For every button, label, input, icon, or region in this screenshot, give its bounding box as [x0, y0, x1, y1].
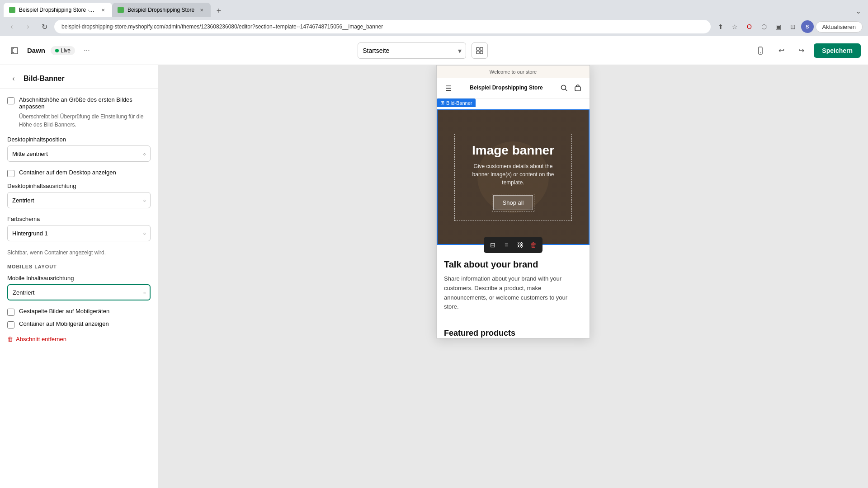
- tab-1[interactable]: Beispiel Dropshipping Store · … ✕: [4, 3, 112, 17]
- forward-nav-button[interactable]: ›: [22, 20, 34, 33]
- checkbox-label-2: Container auf dem Desktop anzeigen: [19, 169, 116, 176]
- shop-all-button-wrapper: Shop all: [492, 194, 535, 211]
- checkbox-row-2: Container auf dem Desktop anzeigen: [7, 169, 151, 177]
- desktop-align-select-wrapper: Zentriert: [7, 192, 151, 208]
- page-select-wrapper: Startseite: [358, 42, 466, 59]
- brand-title: Talk about your brand: [444, 259, 582, 270]
- checkbox-container-mobile[interactable]: [7, 321, 14, 328]
- tab-bar: Beispiel Dropshipping Store · … ✕ Beispi…: [0, 0, 868, 17]
- delete-section-button[interactable]: 🗑 Abschnitt entfernen: [7, 332, 151, 346]
- store-name: Beispiel Dropshipping Store: [454, 84, 559, 92]
- back-nav-button[interactable]: ‹: [5, 20, 18, 33]
- checkbox-stacked-images[interactable]: [7, 309, 14, 316]
- tab-favicon-2: [118, 7, 124, 13]
- toolbar-delete-button[interactable]: 🗑: [527, 239, 540, 251]
- desktop-position-select[interactable]: Mitte zentriert: [7, 145, 151, 162]
- reload-button[interactable]: ↻: [38, 20, 51, 33]
- segment-button[interactable]: [472, 42, 488, 59]
- mobile-align-select-wrapper: Zentriert: [7, 284, 151, 300]
- cart-icon[interactable]: [572, 83, 583, 94]
- image-banner: Image banner Give customers details abou…: [437, 109, 590, 245]
- checkbox-row-3: Gestapelte Bilder auf Mobilgeräten: [7, 308, 151, 316]
- undo-button[interactable]: ↩: [774, 43, 788, 58]
- live-badge: Live: [51, 46, 75, 55]
- checkbox-container-desktop[interactable]: [7, 170, 14, 177]
- svg-rect-4: [480, 51, 483, 54]
- live-dot: [55, 49, 59, 52]
- tab-close-2[interactable]: ✕: [198, 6, 205, 14]
- app-layout: Dawn Live ··· Startseite ↩ ↪ Speichern ‹…: [0, 36, 868, 488]
- desktop-position-select-wrapper: Mitte zentriert: [7, 145, 151, 162]
- mobile-device-button[interactable]: [752, 42, 769, 59]
- new-tab-button[interactable]: +: [212, 5, 225, 17]
- checkbox-label-4: Container auf Mobilgerät anzeigen: [19, 320, 109, 327]
- tab-2[interactable]: Beispiel Dropshipping Store ✕: [112, 3, 211, 17]
- preview-area: Welcome to our store ☰ Beispiel Dropship…: [158, 65, 868, 488]
- banner-title: Image banner: [466, 143, 561, 158]
- sidebar-header: ‹ Bild-Banner: [0, 65, 158, 89]
- svg-rect-2: [480, 47, 483, 50]
- profile-avatar[interactable]: S: [801, 20, 814, 33]
- address-icons: ⬆ ☆ O ⬡ ▣ ⊡ S Aktualisieren: [714, 20, 863, 33]
- color-scheme-select[interactable]: Hintergrund 1: [7, 225, 151, 241]
- delete-icon: 🗑: [7, 336, 13, 343]
- page-select[interactable]: Startseite: [358, 42, 466, 59]
- announcement-text: Welcome to our store: [490, 69, 537, 75]
- redo-button[interactable]: ↪: [794, 43, 808, 58]
- bookmark-icon[interactable]: ☆: [729, 20, 741, 33]
- brand-section: Talk about your brand Share information …: [437, 245, 590, 321]
- field-label-mobile-align: Mobile Inhaltsausrichtung: [7, 275, 151, 282]
- desktop-align-select[interactable]: Zentriert: [7, 192, 151, 208]
- store-nav: ☰ Beispiel Dropshipping Store: [437, 78, 590, 99]
- help-text-1: Überschreibt bei Überprüfung die Einstel…: [19, 113, 151, 129]
- sidebar-content: Abschnittshöhe an Größe des ersten Bilde…: [0, 89, 158, 353]
- checkbox-row-4: Container auf Mobilgerät anzeigen: [7, 320, 151, 328]
- theme-name: Dawn: [27, 47, 45, 54]
- field-label-desktop-pos: Desktopinhaltsposition: [7, 136, 151, 143]
- checkbox-row-1: Abschnittshöhe an Größe des ersten Bilde…: [7, 96, 151, 110]
- search-icon[interactable]: [559, 83, 570, 94]
- more-tabs-button[interactable]: ⌄: [852, 5, 864, 17]
- tab-title-1: Beispiel Dropshipping Store · …: [19, 7, 96, 13]
- screenshot-icon[interactable]: ⊡: [787, 20, 799, 33]
- color-help-text: Sichtbar, wenn Container angezeigt wird.: [7, 249, 151, 257]
- toolbar-layout-button[interactable]: ⊟: [486, 239, 499, 251]
- brand-text: Share information about your brand with …: [444, 274, 582, 312]
- sidebar-title: Bild-Banner: [24, 75, 65, 83]
- checkbox-label-3: Gestapelte Bilder auf Mobilgeräten: [19, 308, 109, 314]
- field-label-color: Farbschema: [7, 216, 151, 222]
- banner-label-icon: ⊞: [440, 100, 444, 106]
- delete-label: Abschnitt entfernen: [16, 336, 66, 343]
- mobile-align-select[interactable]: Zentriert: [7, 284, 151, 300]
- banner-section: ⊞ Bild-Banner Image banner Give customer…: [437, 109, 590, 245]
- sidebar-back-button[interactable]: ‹: [7, 72, 20, 85]
- update-button[interactable]: Aktualisieren: [816, 21, 863, 33]
- mobile-layout-label: MOBILES LAYOUT: [7, 264, 151, 269]
- svg-rect-3: [476, 51, 479, 54]
- save-button[interactable]: Speichern: [814, 43, 861, 58]
- app-topbar: Dawn Live ··· Startseite ↩ ↪ Speichern: [0, 36, 868, 65]
- tab-close-1[interactable]: ✕: [99, 6, 107, 14]
- svg-rect-1: [476, 47, 479, 50]
- opera-icon[interactable]: O: [743, 20, 756, 33]
- shop-all-button[interactable]: Shop all: [493, 195, 533, 210]
- banner-description: Give customers details about the banner …: [466, 162, 561, 187]
- checkbox-label-1: Abschnittshöhe an Größe des ersten Bilde…: [19, 96, 151, 110]
- topbar-back-button[interactable]: [7, 43, 22, 58]
- tab-favicon-1: [9, 7, 15, 13]
- store-announcement: Welcome to our store: [437, 66, 590, 78]
- toolbar-link-button[interactable]: ⛓: [514, 239, 526, 251]
- wallet-icon[interactable]: ▣: [772, 20, 785, 33]
- more-options-button[interactable]: ···: [80, 44, 93, 57]
- checkbox-section-height[interactable]: [7, 97, 14, 104]
- extensions-icon[interactable]: ⬡: [758, 20, 770, 33]
- main-content: ‹ Bild-Banner Abschnittshöhe an Größe de…: [0, 65, 868, 488]
- address-input[interactable]: beispiel-dropshipping-store.myshopify.co…: [54, 20, 711, 33]
- color-scheme-select-wrapper: Hintergrund 1: [7, 225, 151, 241]
- toolbar-list-button[interactable]: ≡: [500, 239, 513, 251]
- svg-point-6: [760, 52, 761, 53]
- browser-chrome: Beispiel Dropshipping Store · … ✕ Beispi…: [0, 0, 868, 36]
- share-icon[interactable]: ⬆: [714, 20, 727, 33]
- address-text: beispiel-dropshipping-store.myshopify.co…: [61, 23, 383, 30]
- hamburger-menu-icon[interactable]: ☰: [443, 83, 454, 94]
